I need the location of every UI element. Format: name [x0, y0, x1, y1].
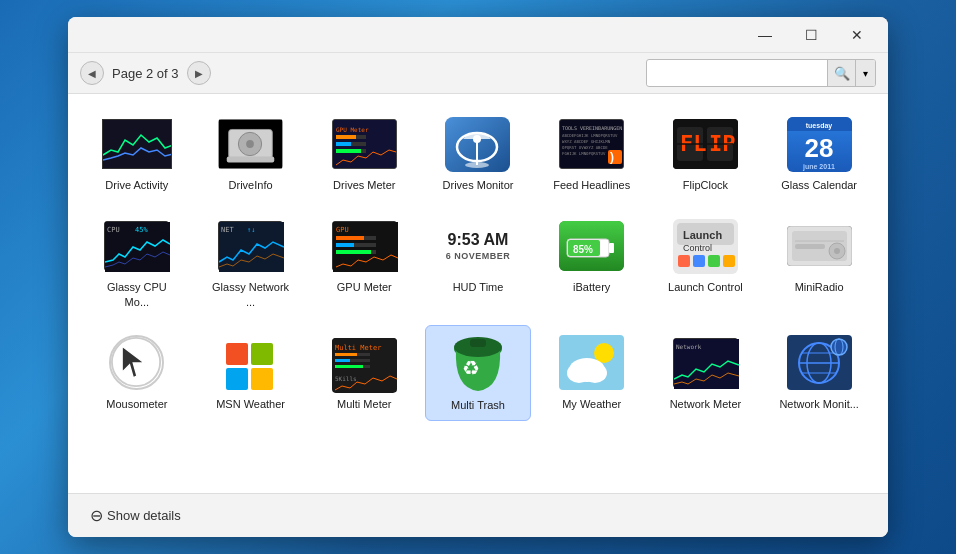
network-meter-icon: Network	[670, 333, 740, 393]
svg-text:CPU: CPU	[107, 226, 120, 234]
launch-control-icon: Launch Control	[670, 216, 740, 276]
svg-text:Multi Meter: Multi Meter	[335, 344, 381, 352]
my-weather-label: My Weather	[562, 397, 621, 411]
show-details-button[interactable]: ⊖ Show details	[84, 502, 187, 529]
miniradio-icon-container	[787, 221, 852, 271]
main-window: — ☐ ✕ ◀ Page 2 of 3 ▶ 🔍 ▾	[68, 17, 888, 537]
svg-rect-72	[795, 244, 825, 249]
svg-text:Launch: Launch	[683, 229, 722, 241]
glassy-network-icon: NET ↑↓	[216, 216, 286, 276]
mousometer-icon	[102, 333, 172, 393]
titlebar: — ☐ ✕	[68, 17, 888, 53]
drives-monitor-icon	[443, 114, 513, 174]
list-item[interactable]: My Weather	[539, 325, 645, 421]
drives-monitor-label: Drives Monitor	[443, 178, 514, 192]
list-item[interactable]: 85% iBattery	[539, 208, 645, 317]
list-item[interactable]: Launch Control Launch Control	[653, 208, 759, 317]
list-item[interactable]: Network Network Meter	[653, 325, 759, 421]
gpu-meter-icon: GPU	[329, 216, 399, 276]
list-item[interactable]: FL IP FlipClock	[653, 106, 759, 200]
hud-time-icon: 9:53 AM 6 NOVEMBER	[443, 216, 513, 276]
driveinfo-icon	[216, 114, 286, 174]
search-button[interactable]: 🔍	[827, 60, 855, 86]
svg-rect-78	[226, 368, 248, 390]
feed-headlines-icon: TOOLS VEREINBARUNGEN DATEN ABCDEFGHIJK L…	[557, 114, 627, 174]
footer: ⊖ Show details	[68, 493, 888, 537]
svg-point-18	[465, 162, 489, 168]
list-item[interactable]: Drives Monitor	[425, 106, 531, 200]
svg-rect-53	[336, 250, 371, 254]
svg-point-106	[831, 339, 847, 355]
list-item[interactable]: ♻ Multi Trash	[425, 325, 531, 421]
list-item[interactable]: Network Monit...	[766, 325, 872, 421]
maximize-button[interactable]: ☐	[788, 20, 834, 50]
list-item[interactable]: CPU 45% Glassy CPU Mo...	[84, 208, 190, 317]
svg-point-94	[594, 343, 614, 363]
feed-headlines-label: Feed Headlines	[553, 178, 630, 192]
list-item[interactable]: MSN Weather	[198, 325, 304, 421]
svg-text:5Kills: 5Kills	[335, 375, 357, 382]
hud-time-label: HUD Time	[453, 280, 504, 294]
svg-rect-51	[336, 243, 354, 247]
list-item[interactable]: GPU GPU Meter	[311, 208, 417, 317]
svg-rect-83	[335, 353, 357, 356]
hud-date-display: 6 NOVEMBER	[446, 251, 511, 261]
minimize-button[interactable]: —	[742, 20, 788, 50]
next-page-button[interactable]: ▶	[187, 61, 211, 85]
hud-time-display: 9:53 AM	[448, 231, 509, 249]
glassy-cpu-icon: CPU 45%	[102, 216, 172, 276]
svg-text:45%: 45%	[135, 226, 148, 234]
svg-text:↑↓: ↑↓	[247, 226, 255, 234]
svg-text:): )	[610, 150, 614, 164]
svg-text:FGHIJK LMNOPQRSTUV: FGHIJK LMNOPQRSTUV	[562, 151, 606, 156]
gpu-meter-label: GPU Meter	[337, 280, 392, 294]
list-item[interactable]: MiniRadio	[766, 208, 872, 317]
svg-text:ABCDEFGHIJK LMNOPQRSTUV: ABCDEFGHIJK LMNOPQRSTUV	[562, 133, 618, 138]
multi-meter-label: Multi Meter	[337, 397, 391, 411]
svg-point-71	[834, 248, 840, 254]
network-monitor-label: Network Monit...	[779, 397, 858, 411]
svg-rect-49	[336, 236, 364, 240]
svg-rect-76	[226, 343, 248, 365]
glass-calendar-label: Glass Calendar	[781, 178, 857, 192]
multi-meter-icon: Multi Meter 5Kills	[329, 333, 399, 393]
list-item[interactable]: Drive Activity	[84, 106, 190, 200]
svg-rect-66	[723, 255, 735, 267]
close-button[interactable]: ✕	[834, 20, 880, 50]
svg-rect-63	[678, 255, 690, 267]
search-container: 🔍 ▾	[646, 59, 876, 87]
list-item[interactable]: Mousometer	[84, 325, 190, 421]
search-input[interactable]	[647, 62, 827, 85]
list-item[interactable]: tuesday 28 june 2011 Glass Calendar	[766, 106, 872, 200]
glassy-cpu-label: Glassy CPU Mo...	[97, 280, 177, 309]
svg-text:tuesday: tuesday	[805, 122, 832, 130]
list-item[interactable]: NET ↑↓ Glassy Network ...	[198, 208, 304, 317]
my-weather-icon	[557, 333, 627, 393]
svg-text:WXYZ ABCDEF GHIJKLMN: WXYZ ABCDEF GHIJKLMN	[562, 139, 611, 144]
svg-rect-79	[251, 368, 273, 390]
svg-rect-13	[336, 149, 361, 153]
list-item[interactable]: DriveInfo	[198, 106, 304, 200]
list-item[interactable]: Multi Meter 5Kills Multi Meter	[311, 325, 417, 421]
show-details-label: Show details	[107, 508, 181, 523]
flip-clock-label: FlipClock	[683, 178, 728, 192]
miniradio-label: MiniRadio	[795, 280, 844, 294]
svg-rect-92	[470, 339, 486, 347]
toolbar: ◀ Page 2 of 3 ▶ 🔍 ▾	[68, 53, 888, 94]
svg-rect-77	[251, 343, 273, 365]
multi-trash-label: Multi Trash	[451, 398, 505, 412]
flip-clock-icon: FL IP	[670, 114, 740, 174]
prev-page-button[interactable]: ◀	[80, 61, 104, 85]
svg-point-97	[583, 363, 607, 383]
network-meter-label: Network Meter	[670, 397, 742, 411]
drive-activity-label: Drive Activity	[105, 178, 168, 192]
list-item[interactable]: GPU Meter Drives Meter	[311, 106, 417, 200]
search-dropdown-button[interactable]: ▾	[855, 60, 875, 86]
list-item[interactable]: 9:53 AM 6 NOVEMBER HUD Time	[425, 208, 531, 317]
launch-control-label: Launch Control	[668, 280, 743, 294]
svg-text:♻: ♻	[462, 357, 480, 379]
svg-text:NET: NET	[221, 226, 234, 234]
widget-grid: Drive Activity DriveInfo	[84, 106, 872, 421]
multi-trash-icon: ♻	[443, 334, 513, 394]
list-item[interactable]: TOOLS VEREINBARUNGEN DATEN ABCDEFGHIJK L…	[539, 106, 645, 200]
